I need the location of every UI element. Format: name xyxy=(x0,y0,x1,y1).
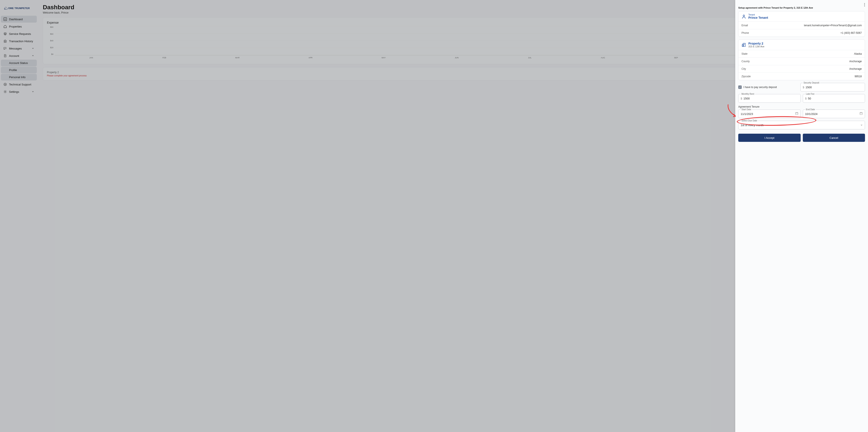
accept-button[interactable]: I Accept xyxy=(738,134,801,142)
tenure-section-label: Agreement Tenure xyxy=(738,105,865,108)
svg-point-4 xyxy=(864,3,865,4)
support-icon xyxy=(3,83,7,86)
sidebar-item-label: Dashboard xyxy=(9,18,23,21)
svg-point-1 xyxy=(4,83,6,86)
sidebar-item-properties[interactable]: Properties xyxy=(1,23,37,30)
sidebar-item-label: Service Requests xyxy=(9,32,31,35)
bank-icon xyxy=(3,39,7,43)
property-address: 315 E 12th Ave xyxy=(748,45,764,48)
sidebar-item-label: Messages xyxy=(9,47,22,50)
document-icon xyxy=(3,54,7,58)
property-card: Property 2 315 E 12th Ave State Alaska C… xyxy=(738,39,865,80)
kebab-icon xyxy=(864,3,865,6)
tenant-phone-row: Phone +1 (403) 667-5067 xyxy=(739,29,865,37)
chevron-down-icon xyxy=(861,123,863,127)
chart-y-axis: $80 $60 $40 $20 $0 xyxy=(47,26,53,55)
home-icon xyxy=(3,25,7,28)
start-date-field[interactable]: Start Date 11/1/2023 xyxy=(738,110,801,118)
svg-rect-12 xyxy=(796,113,798,115)
sidebar-item-label: Account Status xyxy=(9,61,28,65)
layers-icon xyxy=(3,32,7,35)
gear-icon xyxy=(3,90,7,93)
sidebar-item-account[interactable]: Account xyxy=(1,52,37,59)
checkbox-checked-icon: ✓ xyxy=(738,86,742,89)
sidebar-subitem-account-status[interactable]: Account Status xyxy=(1,60,37,66)
property-city-row: City Anchorage xyxy=(739,65,865,72)
tenant-label: Tenant xyxy=(748,13,768,16)
brand-logo: OME TRUMPETER xyxy=(1,4,37,15)
late-fee-field[interactable]: Late Fee $ 50 xyxy=(803,94,865,103)
svg-point-3 xyxy=(5,91,6,92)
tenant-email-row: Email tenant.hometrumpeter+PrinceTenant1… xyxy=(739,22,865,29)
house-logo-icon xyxy=(4,6,7,10)
panel-title: Setup agreement with Prince Tenant for P… xyxy=(738,6,865,9)
dollar-icon: $ xyxy=(805,97,807,100)
chat-icon xyxy=(3,47,7,50)
dollar-icon: $ xyxy=(741,97,742,100)
property-zip-row: Zipcode 99518 xyxy=(739,72,865,80)
calendar-icon xyxy=(860,112,863,116)
property-name: Property 2 xyxy=(748,42,764,45)
sidebar-item-label: Properties xyxy=(9,25,22,28)
property-state-row: State Alaska xyxy=(739,50,865,58)
monthly-rent-field[interactable]: Monthly Rent $ 1500 xyxy=(738,94,801,103)
chevron-down-icon xyxy=(32,90,34,93)
security-deposit-checkbox-row[interactable]: ✓ I have to pay security deposit xyxy=(738,83,798,91)
more-options-button[interactable] xyxy=(863,2,866,8)
bar-chart-icon xyxy=(3,18,7,21)
sidebar-item-label: Personal Info xyxy=(9,75,26,79)
sidebar-item-label: Settings xyxy=(9,90,19,93)
svg-rect-9 xyxy=(742,44,743,47)
cancel-button[interactable]: Cancel xyxy=(803,134,865,142)
due-date-select[interactable]: Select Due Date 1st of every month xyxy=(738,121,865,129)
chevron-down-icon xyxy=(32,47,34,50)
svg-point-2 xyxy=(5,84,6,85)
sidebar-item-label: Transaction History xyxy=(9,40,33,43)
security-deposit-field[interactable]: Security Deposit $ 1500 xyxy=(800,83,865,91)
tenant-card: Tenant Prince Tenant Email tenant.hometr… xyxy=(738,11,865,37)
chevron-up-icon xyxy=(32,54,34,58)
calendar-icon xyxy=(795,112,798,116)
tenant-name: Prince Tenant xyxy=(748,16,768,19)
sidebar-subitem-profile[interactable]: Profile xyxy=(1,67,37,73)
agreement-panel: Setup agreement with Prince Tenant for P… xyxy=(735,0,868,432)
end-date-field[interactable]: End Date 10/1/2024 xyxy=(803,110,865,118)
sidebar-item-messages[interactable]: Messages xyxy=(1,45,37,52)
person-icon xyxy=(742,14,746,19)
brand-name: OME TRUMPETER xyxy=(8,7,30,9)
sidebar-subitem-personal-info[interactable]: Personal Info xyxy=(1,74,37,81)
sidebar-item-settings[interactable]: Settings xyxy=(1,88,37,95)
svg-point-7 xyxy=(743,15,745,17)
sidebar-item-technical-support[interactable]: Technical Support xyxy=(1,81,37,88)
svg-point-6 xyxy=(864,6,865,6)
sidebar-item-service-requests[interactable]: Service Requests xyxy=(1,30,37,37)
sidebar-item-label: Technical Support xyxy=(9,83,31,86)
svg-rect-16 xyxy=(860,113,862,115)
svg-point-5 xyxy=(864,4,865,5)
sidebar-item-transaction-history[interactable]: Transaction History xyxy=(1,38,37,44)
property-county-row: County Anchorage xyxy=(739,58,865,65)
dollar-icon: $ xyxy=(803,86,804,89)
sidebar-item-dashboard[interactable]: Dashboard xyxy=(1,16,37,23)
sidebar-item-label: Profile xyxy=(9,68,17,72)
sidebar: OME TRUMPETER Dashboard Properties Servi… xyxy=(0,0,38,432)
building-icon xyxy=(742,42,746,47)
sidebar-item-label: Account xyxy=(9,54,19,58)
security-deposit-check-label: I have to pay security deposit xyxy=(743,86,777,89)
